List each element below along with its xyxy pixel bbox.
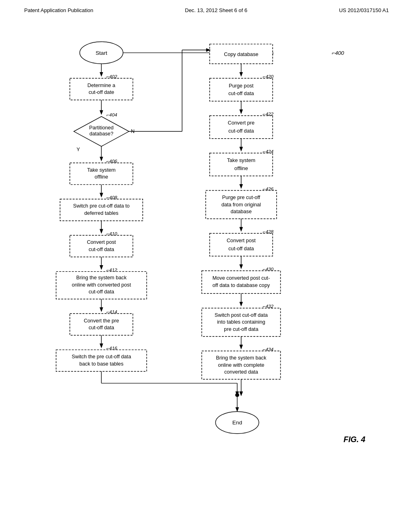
n410-text2: cut-off data [89, 247, 115, 252]
n434-text: Bring the system back [216, 355, 266, 361]
n420-text2: cut-off data [228, 91, 254, 96]
header-left: Patent Application Publication [24, 7, 93, 13]
header-center: Dec. 13, 2012 Sheet 6 of 6 [185, 7, 248, 13]
n426-text3: database [231, 209, 252, 214]
header-right: US 2012/0317150 A1 [339, 7, 389, 13]
n426-text: Purge pre cut-off [222, 195, 261, 200]
diagram-container: Start ⌐402 Determine a cut-off date ⌐404… [0, 17, 413, 513]
n432-text: Switch post cut-off data [215, 312, 268, 318]
n424-text2: offline [234, 166, 248, 171]
svg-rect-25 [210, 116, 273, 139]
n420-text: Purge post [229, 83, 254, 89]
n432-text3: pre cut-off data [224, 326, 259, 332]
flowchart-svg: Start ⌐402 Determine a cut-off date ⌐404… [0, 17, 413, 513]
n434-text2: online with complete [218, 362, 264, 368]
merge-dot [235, 393, 239, 397]
n428-text2: cut-off data [228, 246, 254, 251]
n412-text3: cut-off data [89, 289, 115, 295]
n404-label: ⌐404 [106, 112, 117, 117]
n430-text2: off data to database copy [213, 283, 270, 288]
n400-label: ⌐400 [332, 50, 344, 56]
n430-text: Move converted post cut- [213, 275, 270, 281]
n414-text: Convert the pre [84, 318, 119, 324]
svg-rect-27 [210, 153, 273, 176]
n406-text2: offline [95, 174, 108, 180]
n426-text2: data from original [221, 202, 261, 208]
n412-text2: online with converted post [72, 282, 131, 288]
svg-rect-14 [70, 314, 133, 335]
n408-text: Switch pre cut-off data to [73, 203, 129, 209]
n402-text: Determine a [88, 83, 116, 88]
start-node: Start [96, 50, 107, 56]
page-header: Patent Application Publication Dec. 13, … [0, 0, 413, 17]
svg-rect-10 [70, 235, 133, 257]
svg-rect-23 [210, 78, 273, 101]
end-node: End [232, 420, 242, 426]
n418-text: Copy database [224, 52, 258, 57]
svg-rect-16 [56, 350, 147, 372]
svg-rect-2 [70, 78, 133, 100]
svg-rect-6 [70, 163, 133, 185]
n422-text2: cut-off data [228, 128, 254, 134]
n406-text: Take system [87, 167, 116, 173]
n412-text: Bring the system back [76, 275, 127, 281]
n432-text2: into tables containing [217, 319, 265, 325]
n416-text: Switch the pre cut-off data [72, 354, 131, 360]
n404-Y: Y [77, 147, 80, 152]
n410-text: Convert post [87, 239, 116, 245]
n404-text2: database? [90, 131, 113, 137]
n408-text2: deferred tables [84, 210, 119, 216]
n414-text2: cut-off data [89, 325, 115, 330]
n428-text: Convert post [227, 238, 256, 243]
n416-text2: back to base tables [79, 361, 123, 367]
n424-text: Take system [227, 158, 256, 163]
n404-text: Partitioned [89, 125, 114, 131]
n434-text3: converted data [224, 369, 259, 375]
fig-label: FIG. 4 [344, 435, 365, 444]
svg-rect-31 [210, 233, 273, 256]
n422-text: Convert pre [228, 121, 254, 126]
n402-text2: cut-off date [89, 89, 114, 95]
svg-rect-8 [60, 199, 143, 221]
